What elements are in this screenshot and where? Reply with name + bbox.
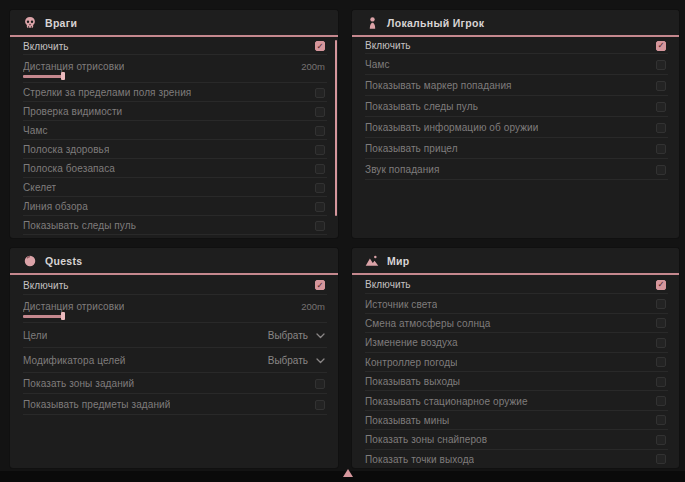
panel-title: Quests <box>45 255 82 267</box>
checkbox[interactable] <box>315 280 325 290</box>
settings-row[interactable]: Смена атмосферы солнца <box>352 314 679 333</box>
settings-row[interactable]: Показать точки выхода <box>352 450 679 468</box>
settings-row[interactable]: Чамс <box>10 121 338 140</box>
settings-row[interactable]: Показывать мины <box>352 411 679 430</box>
row-label: Включить <box>365 279 411 290</box>
settings-row[interactable]: ЦелиВыбрать <box>10 323 338 348</box>
checkbox[interactable] <box>656 123 666 133</box>
settings-row[interactable]: Показывать маркер попадания <box>352 75 679 96</box>
row-label: Включить <box>23 41 69 52</box>
slider-row-header: Дистанция отрисовки200m <box>23 301 325 312</box>
settings-row[interactable]: Проверка видимости <box>10 102 338 121</box>
settings-row[interactable]: Источник света <box>352 294 679 313</box>
settings-row[interactable]: Полоска боезапаса <box>10 159 338 178</box>
checkbox[interactable] <box>315 41 325 51</box>
checkbox[interactable] <box>315 400 325 410</box>
sphere-icon <box>23 254 37 268</box>
panel-local-player: Локальный Игрок ВключитьЧамсПоказывать м… <box>352 10 679 238</box>
panel-world: Мир ВключитьИсточник светаСмена атмосфер… <box>352 248 679 468</box>
settings-row[interactable]: Звук попадания <box>352 159 679 180</box>
row-label: Чамс <box>23 125 48 136</box>
row-label: Смена атмосферы солнца <box>365 318 491 329</box>
checkbox[interactable] <box>656 377 666 387</box>
settings-row[interactable]: Изменение воздуха <box>352 333 679 352</box>
panel-world-header: Мир <box>352 248 679 275</box>
scrollbar-thumb[interactable] <box>335 40 337 216</box>
row-label: Скелет <box>23 182 56 193</box>
settings-row[interactable]: Включить <box>352 37 679 54</box>
settings-row[interactable]: Скелет <box>10 178 338 197</box>
checkbox[interactable] <box>656 41 666 51</box>
checkbox[interactable] <box>315 126 325 136</box>
row-label: Линия обзора <box>23 201 88 212</box>
row-label: Изменение воздуха <box>365 337 458 348</box>
panel-title: Враги <box>45 17 77 29</box>
row-label: Показывать прицел <box>365 143 458 154</box>
settings-row[interactable]: Показывать предметы заданий <box>10 394 338 415</box>
settings-row[interactable]: Дистанция отрисовки200m <box>10 295 338 323</box>
settings-row[interactable]: Показать зоны снайперов <box>352 430 679 449</box>
checkbox[interactable] <box>656 357 666 367</box>
settings-row[interactable]: Показывать следы пуль <box>352 96 679 117</box>
settings-row[interactable]: Контроллер погоды <box>352 353 679 372</box>
checkbox[interactable] <box>656 454 666 464</box>
row-label: Полоска боезапаса <box>23 163 115 174</box>
select-control[interactable]: Выбрать <box>268 330 325 341</box>
checkbox[interactable] <box>315 221 325 231</box>
checkbox[interactable] <box>315 88 325 98</box>
settings-row[interactable]: Чамс <box>352 54 679 75</box>
slider-track[interactable] <box>23 75 63 78</box>
row-label: Контроллер погоды <box>365 357 457 368</box>
panel-world-body: ВключитьИсточник светаСмена атмосферы со… <box>352 275 679 468</box>
slider-track[interactable] <box>23 315 63 318</box>
row-label: Источник света <box>365 299 437 310</box>
checkbox[interactable] <box>656 102 666 112</box>
select-control[interactable]: Выбрать <box>268 355 325 366</box>
settings-row[interactable]: Показывать следы пуль <box>10 216 338 235</box>
settings-row[interactable]: Линия обзора <box>10 197 338 216</box>
row-label: Цели <box>23 330 47 341</box>
checkbox[interactable] <box>656 280 666 290</box>
settings-row[interactable]: Включить <box>10 37 338 55</box>
settings-row[interactable]: Показывать стационарное оружие <box>352 391 679 410</box>
row-label: Показать зоны снайперов <box>365 434 487 445</box>
checkbox[interactable] <box>315 107 325 117</box>
checkbox[interactable] <box>656 81 666 91</box>
skull-icon <box>23 16 37 30</box>
chevron-down-icon <box>316 358 325 364</box>
checkbox[interactable] <box>315 145 325 155</box>
checkbox[interactable] <box>656 165 666 175</box>
settings-row[interactable]: Полоска здоровья <box>10 140 338 159</box>
settings-row[interactable]: Показывать информацию об оружии <box>352 117 679 138</box>
settings-row[interactable]: Показывать выходы <box>352 372 679 391</box>
checkbox[interactable] <box>656 396 666 406</box>
checkbox[interactable] <box>656 144 666 154</box>
checkbox[interactable] <box>656 60 666 70</box>
checkbox[interactable] <box>656 299 666 309</box>
checkbox[interactable] <box>656 435 666 445</box>
row-label: Модификатора целей <box>23 355 126 366</box>
row-label: Показывать предметы заданий <box>23 399 170 410</box>
select-value: Выбрать <box>268 355 308 366</box>
checkbox[interactable] <box>315 183 325 193</box>
settings-row[interactable]: Дистанция отрисовки200m <box>10 55 338 83</box>
settings-row[interactable]: Стрелки за пределами поля зрения <box>10 83 338 102</box>
slider-handle[interactable] <box>61 72 65 80</box>
settings-row[interactable]: Показать зоны заданий <box>10 373 338 394</box>
checkbox[interactable] <box>315 379 325 389</box>
slider-handle[interactable] <box>61 312 65 320</box>
cursor-icon <box>343 469 353 477</box>
slider-value: 200m <box>301 61 325 72</box>
settings-row[interactable]: Включить <box>352 275 679 294</box>
settings-row[interactable]: Показывать прицел <box>352 138 679 159</box>
checkbox[interactable] <box>315 202 325 212</box>
row-label: Чамс <box>365 59 390 70</box>
row-label: Показывать информацию об оружии <box>365 122 538 133</box>
settings-row[interactable]: Модификатора целейВыбрать <box>10 348 338 373</box>
checkbox[interactable] <box>656 415 666 425</box>
settings-row[interactable]: Включить <box>10 275 338 295</box>
checkbox[interactable] <box>315 164 325 174</box>
checkbox[interactable] <box>656 318 666 328</box>
checkbox[interactable] <box>656 338 666 348</box>
panel-enemies-body: ВключитьДистанция отрисовки200mСтрелки з… <box>10 37 338 235</box>
